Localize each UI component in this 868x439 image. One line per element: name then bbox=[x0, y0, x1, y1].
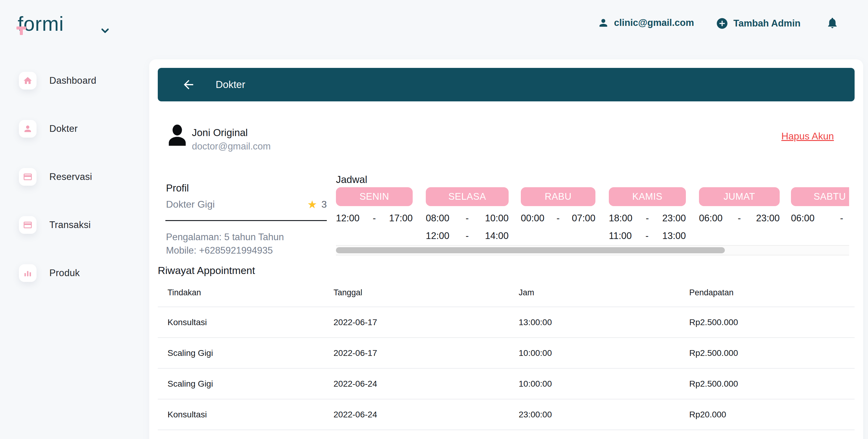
page-title: Dokter bbox=[216, 79, 245, 90]
doctor-name: Joni Original bbox=[192, 127, 248, 138]
horizontal-scrollbar-thumb[interactable] bbox=[336, 247, 725, 253]
schedule-section-title: Jadwal bbox=[336, 174, 367, 185]
cell-tindakan: Konsultasi bbox=[158, 399, 333, 430]
schedule-scroll-area: SENIN 12:00 - 17:00 SELASA 08:00 - 10:00… bbox=[336, 187, 849, 248]
cell-tindakan: Scaling Gigi bbox=[158, 368, 333, 399]
cell-jam: 10:00:00 bbox=[518, 338, 689, 368]
slot-start: 11:00 bbox=[609, 230, 632, 242]
day-pill: RABU bbox=[521, 187, 595, 206]
slot-end: 23:00 bbox=[756, 213, 780, 224]
page-header-bar: Dokter bbox=[158, 68, 855, 101]
column-header-tanggal: Tanggal bbox=[333, 279, 518, 307]
schedule-day-kamis: KAMIS 18:00 - 23:00 11:00 - 13:00 bbox=[609, 187, 686, 242]
time-slot: 06:00 - bbox=[791, 213, 849, 224]
notification-bell-icon[interactable] bbox=[826, 17, 839, 29]
time-slot: 12:00 - 17:00 bbox=[336, 213, 413, 224]
schedule-day-senin: SENIN 12:00 - 17:00 bbox=[336, 187, 413, 224]
logo-accent-shape bbox=[20, 27, 23, 35]
slot-start: 06:00 bbox=[699, 213, 723, 224]
time-slot: 00:00 - 07:00 bbox=[521, 213, 595, 224]
time-slot: 18:00 - 23:00 bbox=[609, 213, 686, 224]
time-range-separator: - bbox=[373, 213, 376, 224]
cell-jam: 23:00:00 bbox=[518, 399, 689, 430]
app-logo[interactable]: formi bbox=[18, 12, 64, 35]
cell-tanggal: 2022-06-24 bbox=[333, 368, 518, 399]
schedule-day-sabtu: SABTU 06:00 - bbox=[791, 187, 849, 224]
cell-tindakan: Konsultasi bbox=[158, 430, 333, 439]
cell-pendapatan: Rp20.000 bbox=[689, 399, 855, 430]
column-header-pendapatan: Pendapatan bbox=[689, 279, 855, 307]
horizontal-scrollbar-track[interactable] bbox=[336, 245, 849, 255]
account-email: clinic@gmail.com bbox=[614, 18, 694, 28]
slot-start: 12:00 bbox=[426, 230, 450, 242]
time-range-separator: - bbox=[738, 213, 741, 224]
cell-tanggal: 2022-06-24 bbox=[333, 430, 518, 439]
slot-end: 14:00 bbox=[485, 230, 508, 242]
sidebar: Dashboard Dokter Reservasi Transaksi Pro… bbox=[0, 72, 149, 312]
time-range-separator: - bbox=[646, 213, 649, 224]
home-icon bbox=[19, 72, 36, 90]
day-pill: KAMIS bbox=[609, 187, 686, 206]
appointments-table: Tindakan Tanggal Jam Pendapatan Konsulta… bbox=[158, 279, 855, 439]
table-row: Konsultasi 2022-06-24 00:00:00 Rp20.000 bbox=[158, 430, 855, 439]
slot-end: 13:00 bbox=[662, 230, 686, 242]
delete-account-link[interactable]: Hapus Akun bbox=[781, 131, 834, 142]
cell-jam: 13:00:00 bbox=[518, 307, 689, 338]
cell-pendapatan: Rp2.500.000 bbox=[689, 368, 855, 399]
doctor-experience: Pengalaman: 5 tahun Tahun bbox=[166, 232, 284, 243]
day-pill: SENIN bbox=[336, 187, 413, 206]
cell-pendapatan: Rp2.500.000 bbox=[689, 307, 855, 338]
cell-pendapatan: Rp2.500.000 bbox=[689, 338, 855, 368]
day-pill: JUMAT bbox=[699, 187, 780, 206]
time-slot: 08:00 - 10:00 bbox=[426, 213, 508, 224]
cell-tindakan: Konsultasi bbox=[158, 307, 333, 338]
slot-end: 23:00 bbox=[662, 213, 686, 224]
slot-start: 00:00 bbox=[521, 213, 545, 224]
column-header-jam: Jam bbox=[518, 279, 689, 307]
doctor-rating: ★ 3 bbox=[307, 199, 327, 210]
schedule-day-rabu: RABU 00:00 - 07:00 bbox=[521, 187, 595, 224]
slot-start: 06:00 bbox=[791, 213, 815, 224]
person-icon bbox=[19, 120, 36, 137]
cell-jam: 00:00:00 bbox=[518, 430, 689, 439]
slot-start: 12:00 bbox=[336, 213, 360, 224]
table-row: Konsultasi 2022-06-17 13:00:00 Rp2.500.0… bbox=[158, 307, 855, 338]
app-logo-text: formi bbox=[18, 12, 64, 35]
schedule-day-selasa: SELASA 08:00 - 10:00 12:00 - 14:00 bbox=[426, 187, 508, 242]
sidebar-item-reservasi[interactable]: Reservasi bbox=[0, 168, 149, 186]
slot-end: 17:00 bbox=[389, 213, 413, 224]
day-pill: SABTU bbox=[791, 187, 849, 206]
time-range-separator: - bbox=[645, 230, 648, 242]
slot-end: 10:00 bbox=[485, 213, 508, 224]
sidebar-item-dokter[interactable]: Dokter bbox=[0, 120, 149, 137]
profile-specialty-row: Dokter Gigi ★ 3 bbox=[166, 199, 327, 210]
chevron-down-icon[interactable] bbox=[99, 25, 111, 36]
doctor-mobile: Mobile: +6285921994935 bbox=[166, 245, 273, 256]
add-admin-label: Tambah Admin bbox=[733, 18, 800, 29]
cell-pendapatan: Rp20.000 bbox=[689, 430, 855, 439]
sidebar-item-label: Produk bbox=[49, 268, 80, 279]
time-range-separator: - bbox=[466, 230, 469, 242]
back-arrow-icon[interactable] bbox=[182, 77, 195, 92]
sidebar-item-produk[interactable]: Produk bbox=[0, 264, 149, 282]
sidebar-item-label: Transaksi bbox=[49, 220, 91, 230]
account-menu[interactable]: clinic@gmail.com bbox=[597, 17, 694, 29]
sidebar-item-transaksi[interactable]: Transaksi bbox=[0, 216, 149, 234]
user-icon bbox=[597, 17, 609, 29]
sidebar-item-label: Dokter bbox=[49, 123, 78, 134]
table-row: Scaling Gigi 2022-06-24 10:00:00 Rp2.500… bbox=[158, 368, 855, 399]
schedule-day-jumat: JUMAT 06:00 - 23:00 bbox=[699, 187, 780, 224]
sidebar-item-dashboard[interactable]: Dashboard bbox=[0, 72, 149, 90]
time-range-separator: - bbox=[466, 213, 469, 224]
cell-tanggal: 2022-06-24 bbox=[333, 399, 518, 430]
time-range-separator: - bbox=[556, 213, 559, 224]
add-admin-button[interactable]: Tambah Admin bbox=[716, 17, 800, 30]
time-range-separator: - bbox=[840, 213, 843, 224]
star-icon: ★ bbox=[307, 199, 317, 210]
table-header-row: Tindakan Tanggal Jam Pendapatan bbox=[158, 279, 855, 307]
column-header-tindakan: Tindakan bbox=[158, 279, 333, 307]
time-slot: 11:00 - 13:00 bbox=[609, 230, 686, 242]
doctor-email: doctor@gmail.com bbox=[192, 141, 271, 152]
doctor-specialty: Dokter Gigi bbox=[166, 199, 215, 210]
table-row: Scaling Gigi 2022-06-17 10:00:00 Rp2.500… bbox=[158, 338, 855, 368]
